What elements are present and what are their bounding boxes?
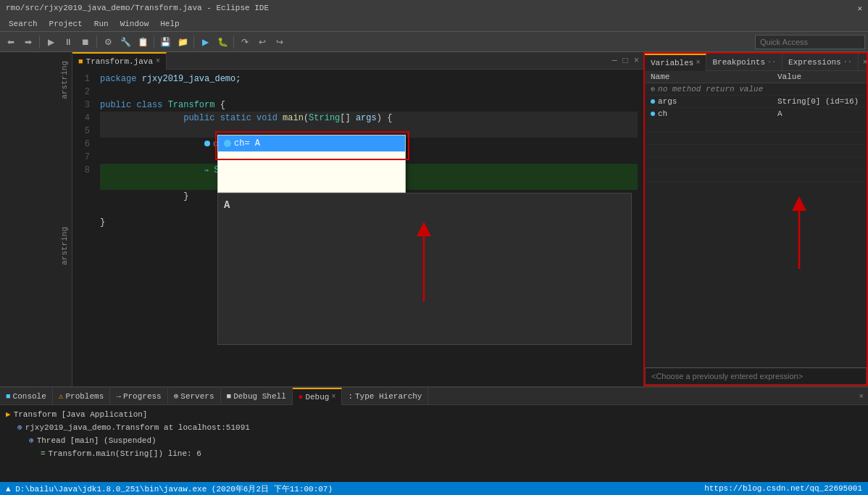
toolbar-btn-10[interactable]: 📁 xyxy=(175,34,191,50)
expression-input[interactable] xyxy=(645,367,867,385)
menu-project[interactable]: Project xyxy=(43,18,88,30)
menu-help[interactable]: Help xyxy=(154,18,185,30)
bottom-tabs: ■ Console ⚠ Problems → Progress ⊕ Server… xyxy=(0,388,868,405)
console-text-1: Transform [Java Application] xyxy=(14,408,148,421)
app-icon: ▶ xyxy=(6,408,11,421)
toolbar-step-out[interactable]: ↪ xyxy=(272,34,288,50)
expressions-tab-label: Expressions xyxy=(788,58,841,67)
toolbar-btn-1[interactable]: ⬅ xyxy=(3,34,19,50)
sidebar-label-arstring[interactable]: arstring xyxy=(0,55,72,105)
bottom-tab-debug[interactable]: ● Debug × xyxy=(293,388,343,405)
autocomplete-text: ch= A xyxy=(234,138,260,149)
empty-row-1 xyxy=(645,120,867,133)
var-return-value xyxy=(772,83,867,96)
sidebar-label-arstring2[interactable]: arstring xyxy=(0,221,72,271)
bottom-tab-servers[interactable]: ⊕ Servers xyxy=(168,388,221,405)
toolbar-btn-2[interactable]: ➡ xyxy=(20,34,36,50)
toolbar: ⬅ ➡ ▶ ⏸ ⏹ ⚙ 🔧 📋 💾 📁 ▶ 🐛 ↷ ↩ ↪ xyxy=(0,32,868,52)
breakpoints-tab-dots: ·· xyxy=(767,58,776,66)
empty-row-4 xyxy=(645,157,867,170)
bottom-status: ▲ D:\bailu\Java\jdk1.8.0_251\bin\javaw.e… xyxy=(0,482,868,495)
code-line-1: package rjxy2019_java_demo; xyxy=(100,72,638,86)
editor-minimize[interactable]: — xyxy=(610,54,618,67)
console-line-4: = Transform.main(String[]) line: 6 xyxy=(6,447,862,460)
debug-tab-label: Debug xyxy=(305,393,329,402)
empty-row-5 xyxy=(645,170,867,182)
breakpoints-tab-label: Breakpoints xyxy=(712,58,765,67)
col-name-header: Name xyxy=(645,71,772,83)
debug-icon: ● xyxy=(299,393,304,402)
tab-transform-java[interactable]: ■ Transform.java × xyxy=(72,52,167,70)
console-tab-label: Console xyxy=(13,392,46,401)
stack-icon: = xyxy=(41,447,46,460)
console-text-2: rjxy2019_java_demo.Transform at localhos… xyxy=(25,421,250,434)
toolbar-sep-5 xyxy=(233,36,234,49)
bottom-tab-type-hierarchy[interactable]: : Type Hierarchy xyxy=(342,388,428,405)
status-right: https://blog.csdn.net/qq_22695001 xyxy=(704,484,862,493)
variables-tab-label: Variables xyxy=(651,59,693,67)
editor-close[interactable]: × xyxy=(633,54,640,67)
right-panel-close-btn[interactable]: × xyxy=(859,58,868,67)
line-numbers: 1 2 3 4 5 6 7 8 xyxy=(72,70,94,386)
editor-main-row: arstring arstring ■ Transform.java × — □… xyxy=(0,52,868,386)
toolbar-step-into[interactable]: ↩ xyxy=(254,34,270,50)
toolbar-run[interactable]: ▶ xyxy=(197,34,213,50)
debug-tab-close[interactable]: × xyxy=(331,393,335,401)
toolbar-btn-9[interactable]: 💾 xyxy=(157,34,173,50)
left-sidebar: arstring arstring xyxy=(0,52,72,386)
toolbar-sep-3 xyxy=(154,36,154,49)
toolbar-step-over[interactable]: ↷ xyxy=(237,34,253,50)
table-row-ch[interactable]: ch A xyxy=(645,108,867,120)
debug-shell-tab-label: Debug Shell xyxy=(233,392,286,401)
autocomplete-item[interactable]: ch= A xyxy=(218,136,405,151)
variables-tab-close[interactable]: × xyxy=(696,59,700,67)
col-value-header: Value xyxy=(772,71,867,83)
toolbar-btn-7[interactable]: 🔧 xyxy=(117,34,133,50)
console-text-3: Thread [main] (Suspended) xyxy=(37,434,157,447)
right-panel: Variables × Breakpoints ·· Expressions ·… xyxy=(643,52,868,386)
toolbar-sep-1 xyxy=(39,36,40,49)
autocomplete-popup: ch= A xyxy=(217,135,406,193)
thread-icon-1: ⊕ xyxy=(17,421,22,434)
ac-icon xyxy=(224,140,231,147)
problems-tab-label: Problems xyxy=(65,392,104,401)
editor-area: ■ Transform.java × — □ × 1 2 3 4 5 xyxy=(72,52,643,386)
right-tab-expressions[interactable]: Expressions ·· xyxy=(783,54,859,71)
toolbar-btn-6[interactable]: ⚙ xyxy=(100,34,116,50)
editor-tab-controls: — □ × xyxy=(610,54,643,67)
close-btn[interactable]: ✕ xyxy=(857,4,862,13)
right-panel-arrow xyxy=(756,189,843,276)
toolbar-debug[interactable]: 🐛 xyxy=(214,34,230,50)
toolbar-btn-5[interactable]: ⏹ xyxy=(78,34,93,50)
menu-search[interactable]: Search xyxy=(3,18,43,30)
table-row-return: ⊕ no method return value xyxy=(645,83,867,96)
bottom-tab-problems[interactable]: ⚠ Problems xyxy=(53,388,110,405)
code-editor[interactable]: 1 2 3 4 5 6 7 8 package rjxy2019_java_de… xyxy=(72,70,643,386)
bottom-tab-progress[interactable]: → Progress xyxy=(110,388,167,405)
editor-maximize[interactable]: □ xyxy=(622,54,630,67)
return-icon: ⊕ xyxy=(651,85,655,93)
servers-tab-label: Servers xyxy=(180,392,214,401)
menu-bar: Search Project Run Window Help xyxy=(0,16,868,32)
bottom-tab-console[interactable]: ■ Console xyxy=(0,388,53,405)
bottom-panel: ■ Console ⚠ Problems → Progress ⊕ Server… xyxy=(0,386,868,495)
menu-window[interactable]: Window xyxy=(114,18,155,30)
toolbar-btn-4[interactable]: ⏸ xyxy=(60,34,76,50)
toolbar-btn-3[interactable]: ▶ xyxy=(43,34,59,50)
table-row-args[interactable]: args String[0] (id=16) xyxy=(645,96,867,108)
bottom-content: ▶ Transform [Java Application] ⊕ rjxy201… xyxy=(0,405,868,482)
toolbar-btn-8[interactable]: 📋 xyxy=(135,34,151,50)
title-bar: rmo/src/rjxy2019_java_demo/Transform.jav… xyxy=(0,0,868,16)
right-panel-body xyxy=(645,182,867,367)
right-tab-breakpoints[interactable]: Breakpoints ·· xyxy=(706,54,783,71)
quick-access-input[interactable] xyxy=(755,35,865,49)
variables-table: Name Value ⊕ no method return value xyxy=(645,71,867,182)
tab-close-btn[interactable]: × xyxy=(156,57,160,65)
window-title: rmo/src/rjxy2019_java_demo/Transform.jav… xyxy=(6,4,269,12)
console-line-2: ⊕ rjxy2019_java_demo.Transform at localh… xyxy=(6,421,862,434)
right-tab-variables[interactable]: Variables × xyxy=(645,54,706,71)
bottom-panel-close-btn[interactable]: × xyxy=(854,392,868,401)
menu-run[interactable]: Run xyxy=(88,18,114,30)
bottom-tab-debug-shell[interactable]: ■ Debug Shell xyxy=(221,388,293,405)
right-panel-tabs: Variables × Breakpoints ·· Expressions ·… xyxy=(645,54,867,71)
